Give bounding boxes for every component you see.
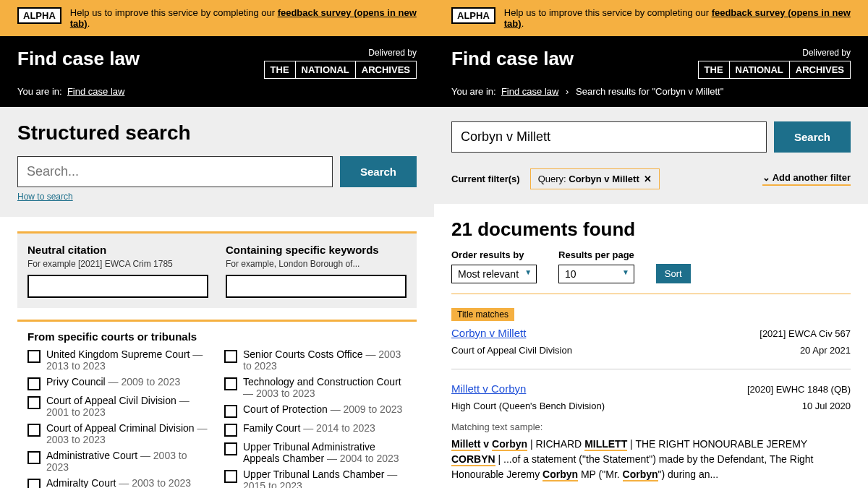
add-filter-button[interactable]: ⌄ Add another filter	[762, 172, 851, 186]
result-date: 10 Jul 2020	[802, 401, 851, 411]
keywords-input[interactable]	[226, 275, 407, 298]
result-court: High Court (Queen's Bench Division)	[451, 401, 605, 411]
checkbox[interactable]	[224, 442, 237, 455]
court-item[interactable]: Family Court — 2014 to 2023	[224, 422, 407, 437]
sort-button[interactable]: Sort	[656, 264, 691, 283]
title-matches-badge: Title matches	[451, 308, 514, 321]
alpha-text: Help us to improve this service by compl…	[70, 7, 417, 29]
checkbox[interactable]	[27, 350, 41, 363]
checkbox[interactable]	[27, 377, 41, 390]
court-item[interactable]: Technology and Construction Court — 2003…	[224, 376, 407, 399]
search-input[interactable]	[451, 121, 767, 153]
order-by-label: Order results by	[451, 249, 537, 260]
court-item[interactable]: Court of Appeal Criminal Division — 2003…	[27, 422, 210, 445]
page-title: Structured search	[17, 121, 417, 145]
chevron-down-icon: ⌄	[762, 172, 773, 183]
court-item[interactable]: Upper Tribunal Lands Chamber — 2015 to 2…	[224, 468, 407, 488]
search-result: Millett v Corbyn [2020] EWHC 1848 (QB) H…	[451, 369, 851, 488]
checkbox[interactable]	[27, 451, 41, 464]
checkbox[interactable]	[27, 424, 41, 437]
alpha-text: Help us to improve this service by compl…	[504, 7, 851, 29]
neutral-citation-input[interactable]	[27, 275, 208, 298]
breadcrumb: You are in: Find case law › Search resul…	[451, 86, 851, 97]
results-heading: 21 documents found	[451, 218, 851, 241]
checkbox[interactable]	[27, 396, 41, 409]
checkbox[interactable]	[224, 424, 237, 437]
result-title-link[interactable]: Millett v Corbyn	[451, 382, 526, 395]
courts-block: From specific courts or tribunals United…	[17, 320, 417, 488]
how-to-search-link[interactable]: How to search	[17, 192, 73, 202]
checkbox[interactable]	[224, 470, 237, 483]
alpha-tag: ALPHA	[451, 7, 495, 24]
court-item[interactable]: United Kingdom Supreme Court — 2013 to 2…	[27, 348, 210, 372]
alpha-banner: ALPHA Help us to improve this service by…	[0, 0, 434, 36]
results-per-page-select[interactable]: 10	[558, 265, 634, 283]
filter-block: Neutral citation For example [2021] EWCA…	[17, 231, 417, 308]
court-item[interactable]: Court of Appeal Civil Division — 2001 to…	[27, 395, 210, 418]
checkbox[interactable]	[224, 377, 237, 390]
chevron-right-icon: ›	[566, 86, 569, 97]
results-per-page-label: Results per page	[558, 249, 634, 260]
alpha-banner: ALPHA Help us to improve this service by…	[434, 0, 868, 36]
alpha-tag: ALPHA	[17, 7, 61, 24]
checkbox[interactable]	[224, 350, 237, 363]
keywords-label: Containing specific keywords	[226, 244, 407, 256]
court-item[interactable]: Privy Council — 2009 to 2023	[27, 376, 210, 390]
result-citation: [2021] EWCA Civ 567	[760, 328, 851, 339]
court-item[interactable]: Admiralty Court — 2003 to 2023	[27, 477, 210, 488]
tna-logo: THE NATIONAL ARCHIVES	[698, 61, 851, 79]
breadcrumb-home[interactable]: Find case law	[501, 86, 558, 97]
courts-heading: From specific courts or tribunals	[27, 330, 407, 343]
court-item[interactable]: Court of Protection — 2009 to 2023	[224, 403, 407, 418]
search-button[interactable]: Search	[340, 156, 417, 187]
breadcrumb-current: Search results for "Corbyn v Millett"	[576, 86, 723, 97]
checkbox[interactable]	[224, 405, 237, 418]
breadcrumb: You are in: Find case law	[17, 86, 417, 97]
delivered-by: Delivered by	[698, 48, 851, 58]
checkbox[interactable]	[27, 479, 41, 488]
court-item[interactable]: Senior Courts Costs Office — 2003 to 202…	[224, 348, 407, 372]
search-button[interactable]: Search	[774, 121, 851, 153]
filter-chip[interactable]: Query: Corbyn v Millett✕	[530, 168, 660, 189]
result-date: 20 Apr 2021	[800, 345, 851, 356]
site-title: Find case law	[17, 48, 140, 70]
site-title: Find case law	[451, 48, 574, 70]
court-item[interactable]: Upper Tribunal Administrative Appeals Ch…	[224, 441, 407, 464]
result-citation: [2020] EWHC 1848 (QB)	[747, 384, 851, 395]
order-by-select[interactable]: Most relevant	[451, 265, 537, 283]
close-icon[interactable]: ✕	[644, 174, 652, 184]
current-filters-label: Current filter(s)	[451, 174, 520, 184]
snippet: Millett v Corbyn | RICHARD MILLETT | THE…	[451, 437, 851, 482]
breadcrumb-home[interactable]: Find case law	[67, 86, 124, 97]
tna-logo: THE NATIONAL ARCHIVES	[264, 61, 417, 79]
snippet-label: Matching text sample:	[451, 421, 851, 432]
neutral-citation-label: Neutral citation	[27, 244, 208, 256]
header: Find case law Delivered by THE NATIONAL …	[434, 36, 868, 107]
header: Find case law Delivered by THE NATIONAL …	[0, 36, 434, 107]
result-court: Court of Appeal Civil Division	[451, 345, 572, 356]
delivered-by: Delivered by	[264, 48, 417, 58]
search-result: Title matches Corbyn v Millett [2021] EW…	[451, 294, 851, 369]
court-item[interactable]: Administrative Court — 2003 to 2023	[27, 450, 210, 473]
search-input[interactable]	[17, 156, 333, 187]
result-title-link[interactable]: Corbyn v Millett	[451, 327, 526, 339]
